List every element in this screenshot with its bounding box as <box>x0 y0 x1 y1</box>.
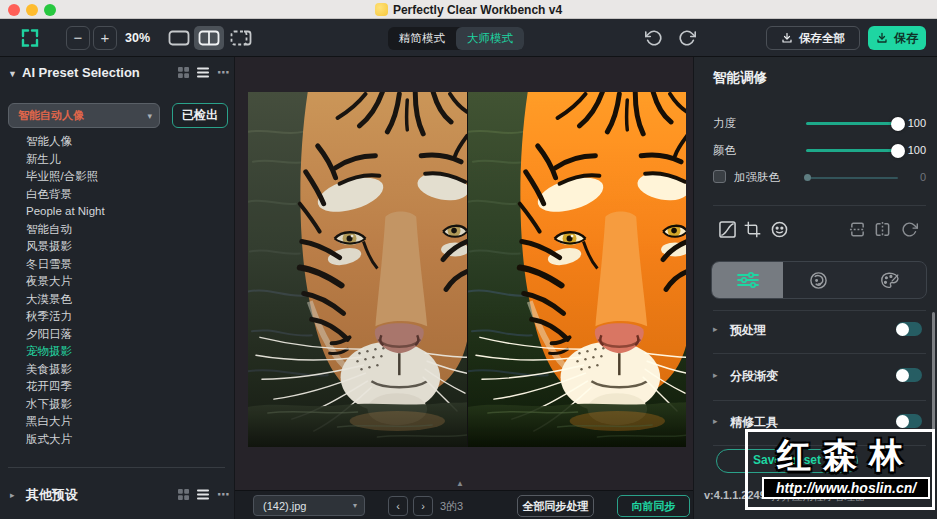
color-slider-row: 颜色 100 <box>694 140 937 160</box>
face-retouch-icon <box>809 271 828 290</box>
zoom-level: 30% <box>125 19 150 57</box>
preset-item[interactable]: 黑白大片 <box>0 413 235 431</box>
slider-track[interactable] <box>806 177 898 179</box>
preset-item[interactable]: 宠物摄影 <box>0 343 235 361</box>
single-view-icon[interactable] <box>168 30 190 46</box>
preset-item[interactable]: 新生儿 <box>0 151 235 169</box>
flip-vertical-icon[interactable] <box>849 221 866 238</box>
preset-item[interactable]: People at Night <box>0 203 235 221</box>
grid-view-icon[interactable] <box>178 489 189 500</box>
before-image <box>248 92 467 447</box>
preset-item[interactable]: 夕阳日落 <box>0 326 235 344</box>
expand-caret-icon[interactable]: ▸ <box>713 370 718 380</box>
slider-track[interactable] <box>806 122 898 125</box>
divider <box>713 205 926 206</box>
app-logo-icon <box>20 28 40 48</box>
window-title: Perfectly Clear Workbench v4 <box>393 3 562 17</box>
face-detect-icon[interactable] <box>771 221 788 238</box>
section-preprocess[interactable]: ▸ 预处理 <box>694 316 937 344</box>
rotate-icon[interactable] <box>901 221 918 238</box>
divider <box>713 400 926 401</box>
retouch-tools-toggle[interactable] <box>896 414 922 428</box>
preset-item[interactable]: 白色背景 <box>0 186 235 204</box>
gradient-toggle[interactable] <box>896 368 922 382</box>
flip-horizontal-icon[interactable] <box>874 221 891 238</box>
simple-mode-button[interactable]: 精简模式 <box>388 27 456 50</box>
filename-value: (142).jpg <box>254 500 353 512</box>
filmstrip-collapse-icon[interactable]: ▲ <box>456 479 464 488</box>
strength-slider-row: 力度 100 <box>694 113 937 133</box>
crop-icon[interactable] <box>744 221 761 238</box>
divider <box>713 310 926 311</box>
preset-item[interactable]: 冬日雪景 <box>0 256 235 274</box>
preset-item[interactable]: 智能自动 <box>0 221 235 239</box>
tab-paint-tools[interactable] <box>855 262 926 298</box>
toolbar: − + 30% 精简模式 大师模式 <box>0 19 937 57</box>
preset-item[interactable]: 秋季活力 <box>0 308 235 326</box>
detected-button[interactable]: 已检出 <box>172 103 228 128</box>
preset-item[interactable]: 大漠景色 <box>0 291 235 309</box>
mode-segmented-control: 精简模式 大师模式 <box>388 27 524 50</box>
more-options-icon[interactable]: ⋯ <box>217 65 231 80</box>
zoom-out-button[interactable]: − <box>66 26 90 50</box>
curves-icon[interactable] <box>719 221 736 238</box>
section-gradient[interactable]: ▸ 分段渐变 <box>694 362 937 390</box>
expand-caret-icon[interactable]: ▸ <box>713 416 718 426</box>
preset-list: 智能人像 新生儿 毕业照/合影照 白色背景 People at Night 智能… <box>0 133 235 448</box>
skin-tone-slider-row: 加强肤色 0 <box>694 167 937 187</box>
preset-item[interactable]: 毕业照/合影照 <box>0 168 235 186</box>
skin-tone-checkbox[interactable] <box>713 170 726 183</box>
list-view-icon[interactable] <box>197 489 209 500</box>
previous-image-button[interactable]: ‹ <box>388 496 408 516</box>
after-image <box>467 92 686 447</box>
tab-adjustments[interactable] <box>712 262 783 298</box>
app-icon <box>375 3 388 16</box>
sync-all-button[interactable]: 全部同步处理 <box>517 495 594 517</box>
slider-track[interactable] <box>806 149 898 152</box>
other-presets-title[interactable]: 其他预设 <box>26 486 78 504</box>
grid-view-icon[interactable] <box>178 67 189 78</box>
watermark-title: 红森林 <box>748 433 932 479</box>
preset-sidebar: ▼ AI Preset Selection ⋯ 智能自动人像 ▾ 已检出 智能人… <box>0 57 235 519</box>
filename-dropdown[interactable]: (142).jpg ▾ <box>253 495 365 516</box>
save-button[interactable]: 保存 <box>868 26 926 50</box>
preset-item[interactable]: 夜景大片 <box>0 273 235 291</box>
adjustment-panel-title: 智能调修 <box>713 69 767 87</box>
preset-category-dropdown[interactable]: 智能自动人像 ▾ <box>8 103 160 128</box>
tab-face-retouch[interactable] <box>783 262 854 298</box>
preset-item[interactable]: 水下摄影 <box>0 396 235 414</box>
preprocess-toggle[interactable] <box>896 322 922 336</box>
slider-value: 0 <box>900 171 926 183</box>
sync-forward-button[interactable]: 向前同步 <box>617 495 690 517</box>
split-view-icon[interactable] <box>194 26 224 50</box>
image-position-label: 3的3 <box>440 499 463 514</box>
palette-icon <box>880 271 900 290</box>
divider <box>8 467 225 468</box>
redo-icon[interactable] <box>678 29 696 47</box>
list-view-icon[interactable] <box>197 67 209 78</box>
download-icon <box>781 32 793 44</box>
preset-item[interactable]: 版式大片 <box>0 431 235 449</box>
undo-icon[interactable] <box>645 29 663 47</box>
zoom-in-button[interactable]: + <box>93 26 117 50</box>
preset-item[interactable]: 风景摄影 <box>0 238 235 256</box>
slider-thumb[interactable] <box>804 174 811 181</box>
filmstrip-bar: (142).jpg ▾ ‹ › 3的3 全部同步处理 向前同步 <box>235 490 693 519</box>
next-image-button[interactable]: › <box>413 496 433 516</box>
save-all-button[interactable]: 保存全部 <box>766 26 860 50</box>
more-options-icon[interactable]: ⋯ <box>217 487 231 502</box>
collapse-caret-icon[interactable]: ▼ <box>8 69 17 79</box>
tool-tabbar <box>711 261 927 299</box>
preset-item[interactable]: 美食摄影 <box>0 361 235 379</box>
preset-item[interactable]: 花开四季 <box>0 378 235 396</box>
before-after-compare[interactable] <box>248 92 687 447</box>
image-canvas: ▲ (142).jpg ▾ ‹ › 3的3 全部同步处理 向前同步 <box>235 57 693 519</box>
before-after-view-icon[interactable] <box>230 30 252 46</box>
expand-caret-icon[interactable]: ▸ <box>713 324 718 334</box>
divider <box>713 353 926 354</box>
master-mode-button[interactable]: 大师模式 <box>456 27 524 50</box>
watermark-url: http://www.hoslin.cn/ <box>762 477 930 499</box>
watermark-box: 红森林 http://www.hoslin.cn/ <box>745 429 935 510</box>
preset-item[interactable]: 智能人像 <box>0 133 235 151</box>
expand-caret-icon[interactable]: ▸ <box>10 490 15 500</box>
